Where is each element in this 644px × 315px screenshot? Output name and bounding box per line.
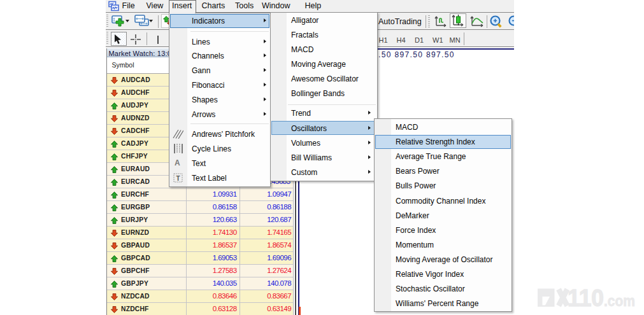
svg-text:T: T	[176, 175, 180, 182]
svg-text:110: 110	[568, 288, 604, 307]
svg-text:.com: .com	[604, 293, 635, 308]
